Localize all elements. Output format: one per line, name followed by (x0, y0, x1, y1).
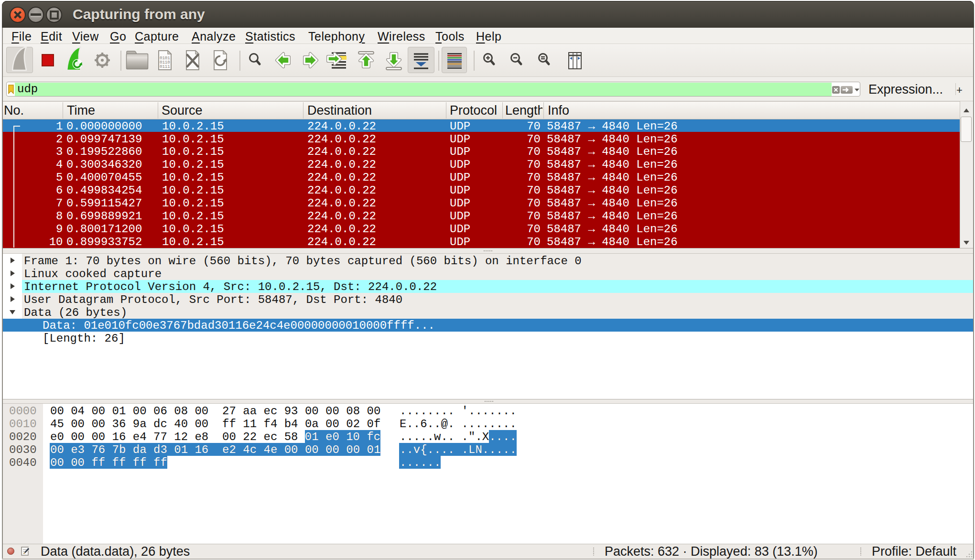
svg-text:0111: 0111 (160, 65, 170, 69)
